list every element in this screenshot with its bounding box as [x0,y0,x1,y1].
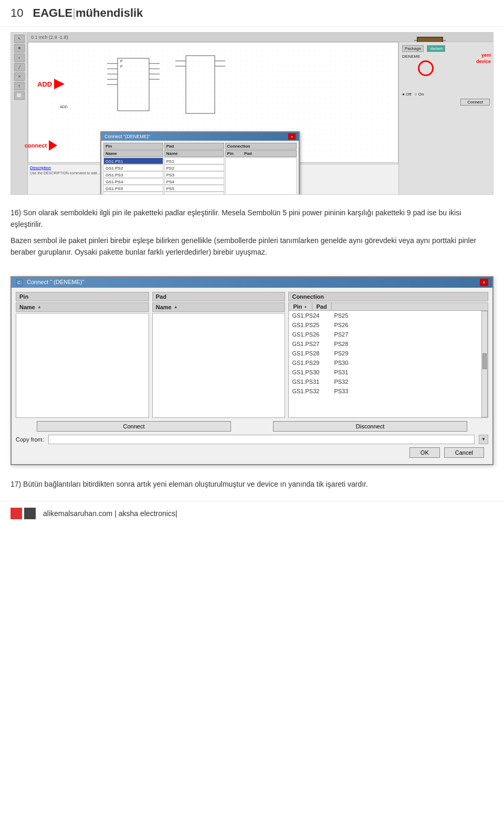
conn-item-pin: GS1.PS25 [289,320,331,330]
pin-item-4[interactable]: GS1.PS4 [103,178,163,185]
large-pin-name-header: Name ▲ [16,302,149,312]
large-dialog-title: C Connect " (DENEME)" [16,279,84,286]
pin-column: Pin Name GS1.PS1 GS1.PS2 GS1.PS3 GS1.PS4… [103,143,163,195]
pin-item-1[interactable]: GS1.PS1 [103,158,163,164]
connection-row[interactable]: GS1.PS30PS31 [289,368,481,377]
content-paragraphs: 16) Son olarak semboldeki ilgli pin ile … [0,200,504,271]
connection-row[interactable]: GS1.PS32PS33 [289,386,481,396]
conn-item-pin: GS1.PS30 [289,368,331,377]
large-pin-list[interactable] [16,313,149,418]
pin-col-header: Pin [103,143,163,150]
large-conn-list[interactable]: GS1.PS24PS25GS1.PS25PS26GS1.PS26PS27GS1.… [289,311,481,417]
bottom-website: alikemalsaruhan.com | aksha electronics| [43,509,177,518]
connection-row[interactable]: GS1.PS31PS32 [289,377,481,386]
large-ok-button[interactable]: OK [410,447,440,458]
pin-item-3[interactable]: GS1.PS3 [103,171,163,178]
pin-item-2[interactable]: GS1.PS2 [103,164,163,171]
large-btn-row: Connect Disconnect [16,421,488,432]
brand-title: EAGLE|mühendislik [33,6,143,20]
top-screenshot: ↖ ✥ + ╱ ✕ T ⬜ 0.1 inch (2.9 -1.8) [10,32,494,195]
svg-text:P: P [120,59,123,63]
connect-right-btn-area: Connect [402,99,490,106]
large-dialog-close[interactable]: × [480,279,488,286]
package-label: Package [402,45,424,52]
conn-item-pad: PS29 [331,349,348,358]
description-title: Description [30,165,51,170]
connection-row[interactable]: GS1.PS27PS28 [289,339,481,349]
connection-row[interactable]: GS1.PS25PS26 [289,320,481,330]
radio-on[interactable]: ○ On [415,92,424,97]
large-pad-list[interactable] [152,313,286,418]
pad-item-6[interactable]: PS6 [164,192,224,195]
pad-item-1[interactable]: PS1 [164,158,224,164]
yeni-device-label: yenidevice [476,53,491,65]
conn-item-pad: PS31 [331,368,348,377]
large-dialog-columns: Pin Name ▲ Pad Name ▲ [16,292,488,418]
large-pad-header: Pad [152,292,286,301]
large-connect-button[interactable]: Connect [37,421,231,432]
connection-list [225,158,297,195]
pad-name-header: Name [164,150,224,157]
conn-item-pad: PS32 [331,377,348,386]
conn-item-pad: PS33 [331,386,348,396]
connection-row[interactable]: GS1.PS29PS30 [289,358,481,368]
pad-item-5[interactable]: PS5 [164,185,224,192]
top-dialog-titlebar: Connect "(DENEME)" × [101,132,299,141]
top-dialog-content: Pin Name GS1.PS1 GS1.PS2 GS1.PS3 GS1.PS4… [101,141,299,195]
pad-item-4[interactable]: PS4 [164,178,224,185]
conn-item-pad: PS25 [331,311,348,320]
top-connect-dialog: Connect "(DENEME)" × Pin Name GS1.PS1 GS… [100,131,300,195]
paragraph-3: Bazen sembol ile paket pinleri birebir e… [10,235,494,258]
connection-row[interactable]: GS1.PS24PS25 [289,311,481,320]
pad-item-2[interactable]: PS2 [164,164,224,171]
tool-pointer[interactable]: ↖ [14,35,25,43]
copy-from-input-large[interactable] [48,435,475,444]
tool-move[interactable]: ✥ [14,44,25,53]
pad-item-3[interactable]: PS3 [164,171,224,178]
add-label: ADD [37,79,65,89]
svg-text:P: P [120,65,123,68]
large-connect-dialog: C Connect " (DENEME)" × Pin Name ▲ [10,276,494,465]
copy-from-dropdown-large[interactable]: ▼ [479,435,488,444]
square-dark [24,508,36,519]
connection-column: Connection Pin Pad [225,143,297,195]
conn-scrollbar[interactable] [481,311,488,417]
large-disconnect-button[interactable]: Disconnect [273,421,467,432]
pad-col-header: Pad [164,143,224,150]
conn-pin-sub: Pin ▲ [289,303,312,310]
connection-row[interactable]: GS1.PS26PS27 [289,330,481,339]
large-pad-sort: ▲ [174,305,178,309]
large-pad-col: Pad Name ▲ [152,292,286,418]
conn-item-pin: GS1.PS31 [289,377,331,386]
top-dialog-close[interactable]: × [288,133,296,140]
copy-from-label: Copy from: [16,436,44,443]
tool-add[interactable]: + [14,54,25,62]
right-panel: Package Variant DENEME ● Off ○ On Connec… [398,42,493,194]
conn-pad-sub: Pad [312,303,332,310]
add-arrow [54,79,65,89]
connect-label: connect [25,140,57,151]
tool-delete[interactable]: ✕ [14,72,25,81]
conn-pin-sort: ▲ [304,305,308,308]
tool-wire[interactable]: ╱ [14,63,25,71]
large-cancel-button[interactable]: Cancel [444,447,484,458]
large-dialog-body: Pin Name ▲ Pad Name ▲ [12,288,492,464]
tool-text[interactable]: T [14,82,25,90]
connect-right-button[interactable]: Connect [460,99,490,106]
bottom-bar: alikemalsaruhan.com | aksha electronics| [0,501,504,526]
scrollbar-thumb [482,353,487,369]
svg-text:ADD: ADD [60,105,68,109]
conn-item-pin: GS1.PS26 [289,330,331,339]
large-copy-from-row: Copy from: ▼ [16,435,488,444]
pin-item-6[interactable]: GS1.PS6 [103,192,163,195]
large-dialog-titlebar: C Connect " (DENEME)" × [12,277,492,288]
radio-off[interactable]: ● Off [402,92,412,97]
conn-item-pin: GS1.PS24 [289,311,331,320]
tool-component[interactable]: ⬜ [14,91,25,100]
conn-item-pad: PS30 [331,358,348,368]
pin-item-5[interactable]: GS1.PS5 [103,185,163,192]
footer-text: 17) Bütün bağlantıları bitirdikten sonra… [0,474,504,490]
large-conn-list-wrap: GS1.PS24PS25GS1.PS25PS26GS1.PS26PS27GS1.… [288,310,488,418]
connection-row[interactable]: GS1.PS28PS29 [289,349,481,358]
conn-item-pin: GS1.PS28 [289,349,331,358]
